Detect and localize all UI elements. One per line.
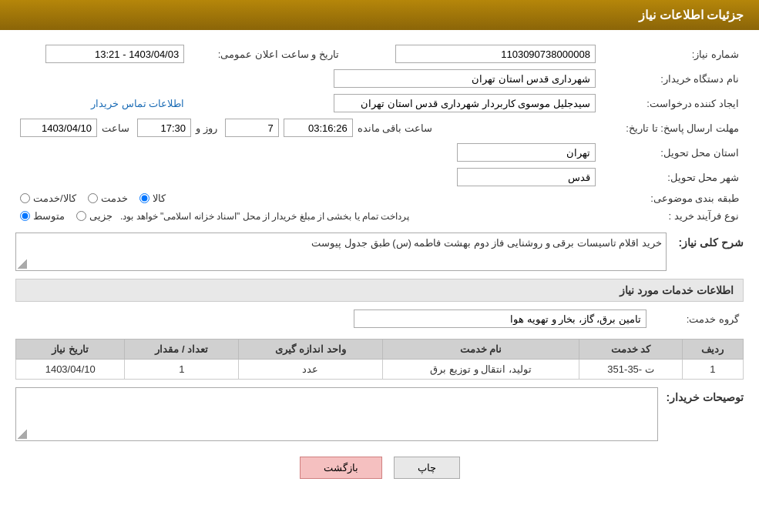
th-kod: کد خدمت [579,340,682,360]
grohe-table: گروه خدمت: [15,306,744,331]
sharh-section: شرح کلی نیاز: خرید اقلام تاسیسات برقی و … [15,233,744,271]
th-radif: ردیف [682,340,743,360]
td-nam_khedmat: تولید، انتقال و توزیع برق [382,360,579,380]
mohlat-mande-input[interactable] [284,119,353,137]
ijad-label: ایجاد کننده درخواست: [600,91,744,115]
services-table: ردیف کد خدمت نام خدمت واحد اندازه گیری ت… [15,339,744,380]
radio-kala-khedmat[interactable] [20,193,30,203]
mohlat-date-input[interactable] [20,119,97,137]
page-title: جزئیات اطلاعات نیاز [639,8,744,22]
page-wrapper: جزئیات اطلاعات نیاز شماره نیاز: تاریخ و … [0,0,759,532]
noefrayand-radio-group: متوسط جزیی [20,210,113,222]
ijad-input[interactable] [334,94,596,112]
td-tedad: 1 [125,360,239,380]
tarikh-elan-label: تاریخ و ساعت اعلان عمومی: [189,42,354,66]
shahr-input[interactable] [457,168,596,186]
tabaqe-kala-khedmat[interactable]: کالا/خدمت [20,192,76,204]
tabaqe-radio-group: کالا/خدمت خدمت کالا [20,192,596,204]
noefrayand-motavasset[interactable]: متوسط [20,210,65,222]
th-tarikh: تاریخ نیاز [16,340,125,360]
radio-motavasset[interactable] [20,211,30,221]
etela-link[interactable]: اطلاعات تماس خریدار [91,98,184,109]
mohlat-saat-label: ساعت [102,122,129,134]
tawsifat-label: توصیحات خریدار: [666,387,744,403]
tabaqe-kala[interactable]: کالا [139,192,166,204]
noefrayand-notice: پرداخت تمام یا بخشی از مبلغ خریدار از مح… [120,211,409,222]
tabaqe-label: طبقه بندی موضوعی: [600,189,744,207]
mohlat-saat-input[interactable] [137,119,191,137]
th-vahed: واحد اندازه گیری [239,340,382,360]
tawsifat-box [15,387,658,441]
sharh-container: خرید اقلام تاسیسات برقی و روشنایی فاز دو… [15,233,667,271]
shahr-label: شهر محل تحویل: [600,165,744,189]
resize-handle[interactable] [18,259,27,269]
tawsifat-section: توصیحات خریدار: [15,387,744,441]
td-vahed: عدد [239,360,382,380]
tawsifat-resize-handle[interactable] [18,430,27,439]
mohlat-label: مهلت ارسال پاسخ: تا تاریخ: [600,115,744,140]
page-header: جزئیات اطلاعات نیاز [0,0,759,30]
td-radif: 1 [682,360,743,380]
shomare-niaz-input[interactable] [395,45,596,63]
print-button[interactable]: چاپ [394,457,460,479]
mohlat-rooz-input[interactable] [225,119,279,137]
th-nam: نام خدمت [382,340,579,360]
td-kod_khedmat: ت -35-351 [579,360,682,380]
nam-dastgah-input[interactable] [334,69,596,88]
noefrayand-jozei[interactable]: جزیی [76,210,113,222]
tarikh-elan-input[interactable] [45,45,184,63]
tabaqe-khedmat[interactable]: خدمت [88,192,128,204]
radio-jozei[interactable] [76,211,86,221]
noefrayand-label: نوع فرآیند خرید : [600,207,744,225]
th-tedad: تعداد / مقدار [125,340,239,360]
ostan-label: استان محل تحویل: [600,140,744,165]
info-table: شماره نیاز: تاریخ و ساعت اعلان عمومی: نا… [15,42,744,225]
main-content: شماره نیاز: تاریخ و ساعت اعلان عمومی: نا… [0,30,759,490]
grohe-label: گروه خدمت: [651,306,744,331]
nam-dastgah-label: نام دستگاه خریدار: [600,66,744,91]
ostan-input[interactable] [457,143,596,162]
table-row: 1ت -35-351تولید، انتقال و توزیع برقعدد11… [16,360,744,380]
shomare-niaz-label: شماره نیاز: [600,42,744,66]
services-section-title: اطلاعات خدمات مورد نیاز [15,279,744,302]
back-button[interactable]: بازگشت [300,457,382,479]
mohlat-mande-label: ساعت باقی مانده [358,122,432,134]
td-tarikh_niaz: 1403/04/10 [16,360,125,380]
radio-kala[interactable] [139,193,149,203]
radio-khedmat[interactable] [88,193,98,203]
grohe-input[interactable] [354,309,646,328]
sharh-box: خرید اقلام تاسیسات برقی و روشنایی فاز دو… [15,233,667,271]
mohlat-rooz-label: روز و [196,122,217,134]
sharh-value: خرید اقلام تاسیسات برقی و روشنایی فاز دو… [311,237,662,249]
buttons-row: چاپ بازگشت [15,457,744,479]
sharh-label: شرح کلی نیاز: [674,233,744,249]
